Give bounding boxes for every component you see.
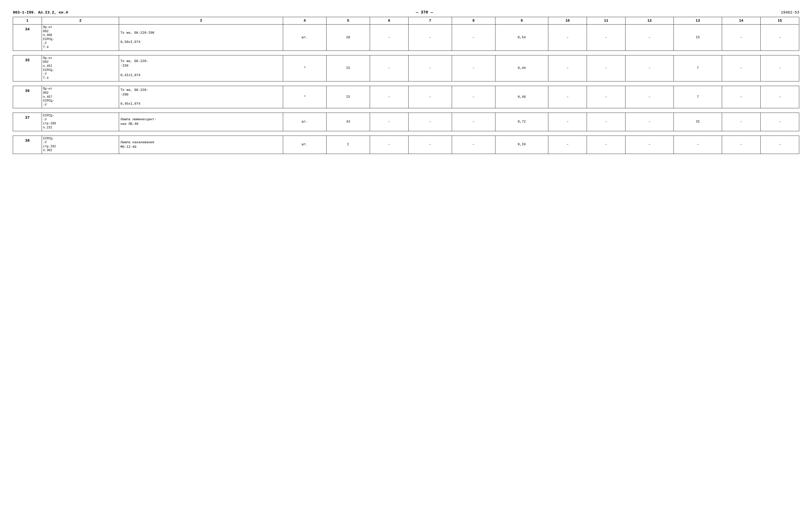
row-col12: – [625,136,674,154]
table-row: 35Пр-нт092п.45IССРСЦ--УТ.4То же, БК-220-… [13,55,799,81]
main-table: 1 2 3 4 5 6 7 8 9 10 11 12 13 14 15 34Пр… [13,17,799,159]
row-col10: – [548,55,587,81]
row-col12: – [625,55,674,81]
row-description: Лампа накаливанияМО-I2-40 [119,136,283,154]
row-col8: – [452,55,495,81]
row-description: То же, БК-220--I500,4IхI,074 [119,55,283,81]
row-col14: – [722,136,760,154]
row-col11: – [587,113,625,131]
row-reference: Пр-нт092п.457ССРСЦ--У [42,86,119,108]
row-col11: – [587,136,625,154]
row-col6: – [370,55,408,81]
row-col7: – [408,55,452,81]
row-col5: I5 [326,86,370,108]
table-row: 36Пр-нт092п.457ССРСЦ--УТо же, БК-220--20… [13,86,799,108]
row-col10: – [548,25,587,51]
col-header-14: 14 [722,17,760,25]
row-number: 38 [13,136,42,154]
row-unit: " [283,86,327,108]
row-col6: – [370,25,408,51]
row-col11: – [587,86,625,108]
spacer-row [13,131,799,136]
row-col14: – [722,113,760,131]
row-reference: ССРСЦ--Устр.I92п.302 [42,136,119,154]
row-col5: 43 [326,113,370,131]
row-col6: – [370,113,408,131]
row-col8: – [452,86,495,108]
col-header-6: 6 [370,17,408,25]
col-header-11: 11 [587,17,625,25]
row-col12: – [625,113,674,131]
row-col15: – [760,25,799,51]
row-col13: 3I [674,113,722,131]
spacer-row [13,154,799,159]
row-unit: шт. [283,136,327,154]
row-col7: – [408,113,452,131]
row-col8: – [452,136,495,154]
row-col13: I5 [674,25,722,51]
row-col9: 0,44 [495,55,548,81]
row-col12: – [625,25,674,51]
row-reference: ССРСЦ--Устр.I89п.23I [42,113,119,131]
row-reference: Пр-нт092п.468ССРСЦ--УТ.4 [42,25,119,51]
table-row: 38ССРСЦ--Устр.I92п.302Лампа накаливанияМ… [13,136,799,154]
header-right: 19462-53 [781,11,799,15]
row-number: 36 [13,86,42,108]
row-number: 34 [13,25,42,51]
col-header-9: 9 [495,17,548,25]
row-col11: – [587,55,625,81]
row-col14: – [722,55,760,81]
col-header-7: 7 [408,17,452,25]
header-left: 903-1-I99. Ал.I3.2, кн.4 [13,11,68,15]
row-col5: 28 [326,25,370,51]
row-description: Лампа люминесцент-ная ЛБ-40 [119,113,283,131]
row-col15: – [760,136,799,154]
col-header-5: 5 [326,17,370,25]
col-header-12: 12 [625,17,674,25]
row-col14: – [722,86,760,108]
col-header-10: 10 [548,17,587,25]
row-col11: – [587,25,625,51]
row-col7: – [408,25,452,51]
col-header-8: 8 [452,17,495,25]
spacer-row [13,108,799,113]
row-description: То же, БК-220--2000,45хI,074 [119,86,283,108]
row-col10: – [548,136,587,154]
row-col13: 7 [674,55,722,81]
table-header-row: 1 2 3 4 5 6 7 8 9 10 11 12 13 14 15 [13,17,799,25]
row-number: 37 [13,113,42,131]
row-col8: – [452,25,495,51]
row-col9: 0,I0 [495,136,548,154]
row-col7: – [408,86,452,108]
row-unit: " [283,55,327,81]
row-col8: – [452,113,495,131]
row-col15: – [760,55,799,81]
row-col6: – [370,86,408,108]
row-col6: – [370,136,408,154]
table-row: 34Пр-нт092п.468ССРСЦ--УТ.4То же, БК-220-… [13,25,799,51]
row-unit: шт. [283,113,327,131]
col-header-15: 15 [760,17,799,25]
header-center: — 370 — [416,10,433,15]
row-col9: 0,72 [495,113,548,131]
row-col5: I [326,136,370,154]
col-header-13: 13 [674,17,722,25]
row-col13: – [674,136,722,154]
row-col9: 0,48 [495,86,548,108]
col-header-4: 4 [283,17,327,25]
row-number: 35 [13,55,42,81]
col-header-1: 1 [13,17,42,25]
table-row: 37ССРСЦ--Устр.I89п.23IЛампа люминесцент-… [13,113,799,131]
spacer-row [13,81,799,86]
row-col15: – [760,113,799,131]
page-header: 903-1-I99. Ал.I3.2, кн.4 — 370 — 19462-5… [13,10,799,15]
row-col9: 0,54 [495,25,548,51]
row-unit: шт. [283,25,327,51]
row-col13: 7 [674,86,722,108]
row-description: То же, БК-220-I000,50хI,074 [119,25,283,51]
row-col7: – [408,136,452,154]
row-col15: – [760,86,799,108]
col-header-2: 2 [42,17,119,25]
row-col14: – [722,25,760,51]
row-col10: – [548,86,587,108]
